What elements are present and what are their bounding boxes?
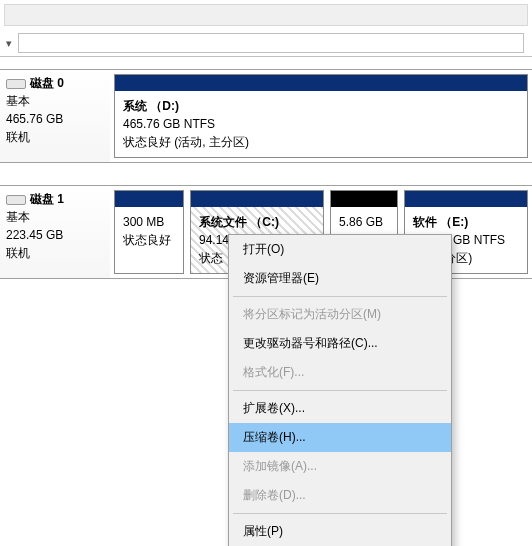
toolbar-row: ▾ (0, 30, 532, 57)
toolbar-field[interactable] (18, 33, 524, 53)
volume-header (405, 191, 527, 207)
disk-info[interactable]: 磁盘 0 基本 465.76 GB 联机 (0, 70, 110, 162)
menu-mark-active: 将分区标记为活动分区(M) (229, 300, 451, 329)
volume-name: 系统文件 （C:) (199, 213, 315, 231)
disk-info[interactable]: 磁盘 1 基本 223.45 GB 联机 (0, 186, 110, 278)
menu-extend[interactable]: 扩展卷(X)... (229, 394, 451, 423)
menu-format: 格式化(F)... (229, 358, 451, 387)
volumes: 系统 （D:) 465.76 GB NTFS 状态良好 (活动, 主分区) (110, 70, 532, 162)
chevron-down-icon[interactable]: ▾ (6, 37, 12, 50)
menu-properties[interactable]: 属性(P) (229, 517, 451, 546)
context-menu: 打开(O) 资源管理器(E) 将分区标记为活动分区(M) 更改驱动器号和路径(C… (228, 234, 452, 546)
volume[interactable]: 300 MB 状态良好 (114, 190, 184, 274)
disk-size: 465.76 GB (6, 110, 104, 128)
menu-change-letter[interactable]: 更改驱动器号和路径(C)... (229, 329, 451, 358)
disk-status: 联机 (6, 244, 104, 262)
volume-header (191, 191, 323, 207)
menu-separator (233, 390, 447, 391)
volume[interactable]: 系统 （D:) 465.76 GB NTFS 状态良好 (活动, 主分区) (114, 74, 528, 158)
volume-line: 300 MB (123, 213, 175, 231)
volume-line: 状态良好 (123, 231, 175, 249)
disk-type: 基本 (6, 208, 104, 226)
volume-name: 软件 （E:) (413, 213, 519, 231)
menu-separator (233, 513, 447, 514)
menu-explorer[interactable]: 资源管理器(E) (229, 264, 451, 293)
volume-header (115, 75, 527, 91)
disk-icon (6, 79, 26, 89)
disk-size: 223.45 GB (6, 226, 104, 244)
menu-delete-volume: 删除卷(D)... (229, 481, 451, 510)
disk-icon (6, 195, 26, 205)
volume-line: 5.86 GB (339, 213, 389, 231)
disk-name: 磁盘 0 (30, 76, 64, 90)
disk-type: 基本 (6, 92, 104, 110)
volume-header (331, 191, 397, 207)
disk-name: 磁盘 1 (30, 192, 64, 206)
volume-header (115, 191, 183, 207)
disk-row: 磁盘 0 基本 465.76 GB 联机 系统 （D:) 465.76 GB N… (0, 69, 532, 163)
menu-open[interactable]: 打开(O) (229, 235, 451, 264)
disk-status: 联机 (6, 128, 104, 146)
volume-line: 465.76 GB NTFS (123, 115, 519, 133)
menu-add-mirror: 添加镜像(A)... (229, 452, 451, 481)
menu-shrink[interactable]: 压缩卷(H)... (229, 423, 451, 452)
toolbar-strip (4, 4, 528, 26)
volume-line: 状态良好 (活动, 主分区) (123, 133, 519, 151)
menu-separator (233, 296, 447, 297)
volume-name: 系统 （D:) (123, 97, 519, 115)
